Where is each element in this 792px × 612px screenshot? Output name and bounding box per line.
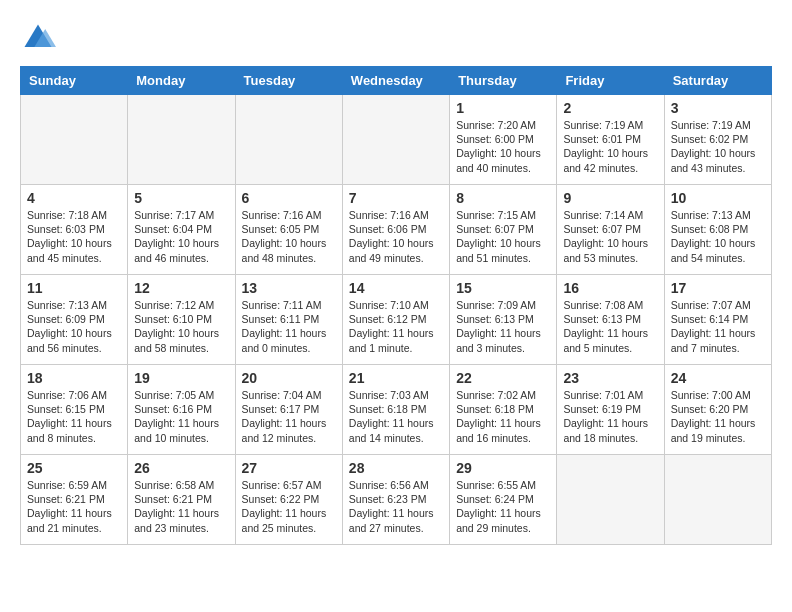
calendar-week-2: 4Sunrise: 7:18 AMSunset: 6:03 PMDaylight…	[21, 185, 772, 275]
day-number: 26	[134, 460, 228, 476]
day-info: Sunrise: 7:16 AMSunset: 6:06 PMDaylight:…	[349, 208, 443, 265]
calendar-cell: 27Sunrise: 6:57 AMSunset: 6:22 PMDayligh…	[235, 455, 342, 545]
day-info: Sunrise: 7:07 AMSunset: 6:14 PMDaylight:…	[671, 298, 765, 355]
calendar-cell	[557, 455, 664, 545]
calendar-cell: 18Sunrise: 7:06 AMSunset: 6:15 PMDayligh…	[21, 365, 128, 455]
day-number: 24	[671, 370, 765, 386]
calendar-cell: 14Sunrise: 7:10 AMSunset: 6:12 PMDayligh…	[342, 275, 449, 365]
calendar-cell: 22Sunrise: 7:02 AMSunset: 6:18 PMDayligh…	[450, 365, 557, 455]
day-number: 14	[349, 280, 443, 296]
day-number: 15	[456, 280, 550, 296]
calendar-cell: 2Sunrise: 7:19 AMSunset: 6:01 PMDaylight…	[557, 95, 664, 185]
day-info: Sunrise: 7:16 AMSunset: 6:05 PMDaylight:…	[242, 208, 336, 265]
calendar-cell: 26Sunrise: 6:58 AMSunset: 6:21 PMDayligh…	[128, 455, 235, 545]
day-number: 22	[456, 370, 550, 386]
calendar-cell: 20Sunrise: 7:04 AMSunset: 6:17 PMDayligh…	[235, 365, 342, 455]
calendar-cell: 17Sunrise: 7:07 AMSunset: 6:14 PMDayligh…	[664, 275, 771, 365]
calendar-table: SundayMondayTuesdayWednesdayThursdayFrid…	[20, 66, 772, 545]
day-number: 8	[456, 190, 550, 206]
calendar-cell: 23Sunrise: 7:01 AMSunset: 6:19 PMDayligh…	[557, 365, 664, 455]
calendar-cell: 21Sunrise: 7:03 AMSunset: 6:18 PMDayligh…	[342, 365, 449, 455]
calendar-cell: 24Sunrise: 7:00 AMSunset: 6:20 PMDayligh…	[664, 365, 771, 455]
calendar-cell	[664, 455, 771, 545]
calendar-cell: 15Sunrise: 7:09 AMSunset: 6:13 PMDayligh…	[450, 275, 557, 365]
day-info: Sunrise: 6:56 AMSunset: 6:23 PMDaylight:…	[349, 478, 443, 535]
header-thursday: Thursday	[450, 67, 557, 95]
logo-icon	[20, 20, 56, 56]
day-number: 19	[134, 370, 228, 386]
day-info: Sunrise: 7:00 AMSunset: 6:20 PMDaylight:…	[671, 388, 765, 445]
logo	[20, 20, 60, 56]
day-info: Sunrise: 7:12 AMSunset: 6:10 PMDaylight:…	[134, 298, 228, 355]
day-number: 28	[349, 460, 443, 476]
day-info: Sunrise: 7:19 AMSunset: 6:02 PMDaylight:…	[671, 118, 765, 175]
day-number: 29	[456, 460, 550, 476]
day-number: 16	[563, 280, 657, 296]
day-number: 10	[671, 190, 765, 206]
day-info: Sunrise: 7:14 AMSunset: 6:07 PMDaylight:…	[563, 208, 657, 265]
day-number: 23	[563, 370, 657, 386]
day-info: Sunrise: 7:11 AMSunset: 6:11 PMDaylight:…	[242, 298, 336, 355]
calendar-cell: 8Sunrise: 7:15 AMSunset: 6:07 PMDaylight…	[450, 185, 557, 275]
day-number: 4	[27, 190, 121, 206]
day-number: 25	[27, 460, 121, 476]
day-info: Sunrise: 7:01 AMSunset: 6:19 PMDaylight:…	[563, 388, 657, 445]
calendar-cell: 1Sunrise: 7:20 AMSunset: 6:00 PMDaylight…	[450, 95, 557, 185]
day-number: 11	[27, 280, 121, 296]
day-number: 1	[456, 100, 550, 116]
calendar-week-1: 1Sunrise: 7:20 AMSunset: 6:00 PMDaylight…	[21, 95, 772, 185]
day-number: 3	[671, 100, 765, 116]
day-info: Sunrise: 7:03 AMSunset: 6:18 PMDaylight:…	[349, 388, 443, 445]
calendar-cell: 13Sunrise: 7:11 AMSunset: 6:11 PMDayligh…	[235, 275, 342, 365]
day-number: 18	[27, 370, 121, 386]
calendar-cell: 6Sunrise: 7:16 AMSunset: 6:05 PMDaylight…	[235, 185, 342, 275]
calendar-cell: 11Sunrise: 7:13 AMSunset: 6:09 PMDayligh…	[21, 275, 128, 365]
calendar-cell: 12Sunrise: 7:12 AMSunset: 6:10 PMDayligh…	[128, 275, 235, 365]
day-info: Sunrise: 7:02 AMSunset: 6:18 PMDaylight:…	[456, 388, 550, 445]
calendar-cell	[235, 95, 342, 185]
page-header	[20, 20, 772, 56]
day-info: Sunrise: 7:20 AMSunset: 6:00 PMDaylight:…	[456, 118, 550, 175]
day-info: Sunrise: 7:13 AMSunset: 6:08 PMDaylight:…	[671, 208, 765, 265]
day-number: 20	[242, 370, 336, 386]
day-info: Sunrise: 7:04 AMSunset: 6:17 PMDaylight:…	[242, 388, 336, 445]
day-info: Sunrise: 7:06 AMSunset: 6:15 PMDaylight:…	[27, 388, 121, 445]
calendar-cell: 29Sunrise: 6:55 AMSunset: 6:24 PMDayligh…	[450, 455, 557, 545]
day-info: Sunrise: 6:59 AMSunset: 6:21 PMDaylight:…	[27, 478, 121, 535]
day-number: 6	[242, 190, 336, 206]
day-number: 7	[349, 190, 443, 206]
calendar-cell: 9Sunrise: 7:14 AMSunset: 6:07 PMDaylight…	[557, 185, 664, 275]
day-info: Sunrise: 7:19 AMSunset: 6:01 PMDaylight:…	[563, 118, 657, 175]
calendar-cell: 28Sunrise: 6:56 AMSunset: 6:23 PMDayligh…	[342, 455, 449, 545]
calendar-cell: 7Sunrise: 7:16 AMSunset: 6:06 PMDaylight…	[342, 185, 449, 275]
calendar-cell: 5Sunrise: 7:17 AMSunset: 6:04 PMDaylight…	[128, 185, 235, 275]
day-number: 5	[134, 190, 228, 206]
day-info: Sunrise: 7:08 AMSunset: 6:13 PMDaylight:…	[563, 298, 657, 355]
day-info: Sunrise: 6:57 AMSunset: 6:22 PMDaylight:…	[242, 478, 336, 535]
day-info: Sunrise: 7:17 AMSunset: 6:04 PMDaylight:…	[134, 208, 228, 265]
header-sunday: Sunday	[21, 67, 128, 95]
day-info: Sunrise: 7:10 AMSunset: 6:12 PMDaylight:…	[349, 298, 443, 355]
day-number: 21	[349, 370, 443, 386]
header-friday: Friday	[557, 67, 664, 95]
day-info: Sunrise: 7:13 AMSunset: 6:09 PMDaylight:…	[27, 298, 121, 355]
day-number: 17	[671, 280, 765, 296]
calendar-week-5: 25Sunrise: 6:59 AMSunset: 6:21 PMDayligh…	[21, 455, 772, 545]
day-info: Sunrise: 7:18 AMSunset: 6:03 PMDaylight:…	[27, 208, 121, 265]
calendar-cell	[342, 95, 449, 185]
calendar-week-3: 11Sunrise: 7:13 AMSunset: 6:09 PMDayligh…	[21, 275, 772, 365]
day-info: Sunrise: 7:05 AMSunset: 6:16 PMDaylight:…	[134, 388, 228, 445]
calendar-cell: 4Sunrise: 7:18 AMSunset: 6:03 PMDaylight…	[21, 185, 128, 275]
day-number: 13	[242, 280, 336, 296]
calendar-week-4: 18Sunrise: 7:06 AMSunset: 6:15 PMDayligh…	[21, 365, 772, 455]
day-number: 2	[563, 100, 657, 116]
calendar-cell: 25Sunrise: 6:59 AMSunset: 6:21 PMDayligh…	[21, 455, 128, 545]
calendar-cell: 19Sunrise: 7:05 AMSunset: 6:16 PMDayligh…	[128, 365, 235, 455]
calendar-cell: 10Sunrise: 7:13 AMSunset: 6:08 PMDayligh…	[664, 185, 771, 275]
header-monday: Monday	[128, 67, 235, 95]
day-number: 9	[563, 190, 657, 206]
day-number: 12	[134, 280, 228, 296]
calendar-header-row: SundayMondayTuesdayWednesdayThursdayFrid…	[21, 67, 772, 95]
calendar-cell	[128, 95, 235, 185]
header-saturday: Saturday	[664, 67, 771, 95]
